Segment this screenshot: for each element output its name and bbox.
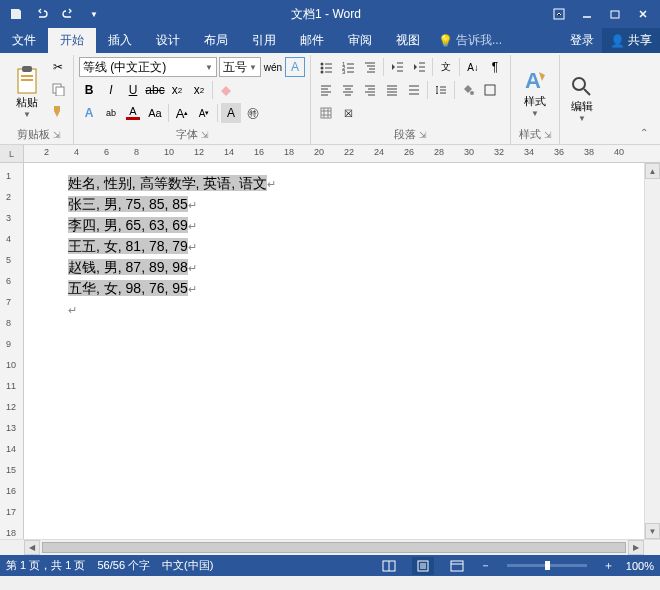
- read-mode-button[interactable]: [378, 557, 400, 575]
- document-line[interactable]: 李四, 男, 65, 63, 69↵: [68, 215, 644, 236]
- highlight-button[interactable]: ab: [101, 103, 121, 123]
- document-line[interactable]: 张三, 男, 75, 85, 85↵: [68, 194, 644, 215]
- show-marks-button[interactable]: ¶: [485, 57, 505, 77]
- scroll-right-button[interactable]: ▶: [628, 540, 644, 555]
- paste-icon: [14, 65, 40, 95]
- horizontal-ruler[interactable]: 246810121416182022242628303234363840: [24, 145, 660, 162]
- text-direction-button[interactable]: 文: [436, 57, 456, 77]
- vertical-ruler[interactable]: 123456789101112131415161718: [0, 163, 24, 539]
- document-title: 文档1 - Word: [106, 6, 546, 23]
- change-case-button[interactable]: Aa: [145, 103, 165, 123]
- shrink-font-button[interactable]: A▾: [194, 103, 214, 123]
- line-spacing-button[interactable]: [431, 80, 451, 100]
- vertical-scrollbar[interactable]: ▲ ▼: [644, 163, 660, 539]
- enclose-char-button[interactable]: ㊕: [243, 103, 263, 123]
- restore-button[interactable]: [602, 2, 628, 26]
- share-button[interactable]: 👤共享: [602, 28, 660, 53]
- document-line[interactable]: 王五, 女, 81, 78, 79↵: [68, 236, 644, 257]
- tab-references[interactable]: 引用: [240, 28, 288, 53]
- scroll-up-button[interactable]: ▲: [645, 163, 660, 179]
- paragraph-launcher[interactable]: ⇲: [419, 130, 427, 140]
- tab-selector[interactable]: L: [0, 145, 24, 162]
- grow-font-button[interactable]: A▴: [172, 103, 192, 123]
- signin-button[interactable]: 登录: [562, 28, 602, 53]
- align-left-button[interactable]: [316, 80, 336, 100]
- font-launcher[interactable]: ⇲: [201, 130, 209, 140]
- phonetic-guide-button[interactable]: wén: [263, 57, 283, 77]
- clear-formatting-button[interactable]: [216, 80, 236, 100]
- font-color-button[interactable]: A: [123, 103, 143, 123]
- document-line[interactable]: 五华, 女, 98, 76, 95↵: [68, 278, 644, 299]
- align-right-button[interactable]: [360, 80, 380, 100]
- numbering-button[interactable]: 123: [338, 57, 358, 77]
- copy-button[interactable]: [48, 79, 68, 99]
- borders-button[interactable]: [480, 80, 500, 100]
- print-layout-button[interactable]: [412, 557, 434, 575]
- text-effects-button[interactable]: A: [79, 103, 99, 123]
- subscript-button[interactable]: x2: [167, 80, 187, 100]
- collapse-ribbon-button[interactable]: ⌃: [634, 122, 654, 142]
- bold-button[interactable]: B: [79, 80, 99, 100]
- tab-mailings[interactable]: 邮件: [288, 28, 336, 53]
- format-painter-button[interactable]: [48, 101, 68, 121]
- tab-layout[interactable]: 布局: [192, 28, 240, 53]
- underline-button[interactable]: U: [123, 80, 143, 100]
- qat-customize-button[interactable]: ▼: [82, 2, 106, 26]
- scroll-down-button[interactable]: ▼: [645, 523, 660, 539]
- increase-indent-button[interactable]: [409, 57, 429, 77]
- styles-launcher[interactable]: ⇲: [544, 130, 552, 140]
- multilevel-list-button[interactable]: [360, 57, 380, 77]
- tab-view[interactable]: 视图: [384, 28, 432, 53]
- horizontal-scrollbar[interactable]: ◀ ▶: [24, 540, 644, 555]
- snap-grid-button[interactable]: [316, 103, 336, 123]
- status-page[interactable]: 第 1 页，共 1 页: [6, 558, 85, 573]
- tab-file[interactable]: 文件: [0, 28, 48, 53]
- tab-home[interactable]: 开始: [48, 28, 96, 53]
- distributed-button[interactable]: [404, 80, 424, 100]
- hscroll-thumb[interactable]: [42, 542, 626, 553]
- scroll-left-button[interactable]: ◀: [24, 540, 40, 555]
- tab-design[interactable]: 设计: [144, 28, 192, 53]
- editing-button[interactable]: 编辑 ▼: [565, 57, 599, 141]
- sort-button[interactable]: A↓: [463, 57, 483, 77]
- paste-button[interactable]: 粘贴 ▼: [9, 57, 45, 126]
- styles-button[interactable]: A 样式 ▼: [516, 57, 554, 126]
- font-size-combo[interactable]: 五号▼: [219, 57, 261, 77]
- document-line[interactable]: 姓名, 性别, 高等数学, 英语, 语文↵: [68, 173, 644, 194]
- ruler-tick: 26: [404, 147, 414, 157]
- tab-review[interactable]: 审阅: [336, 28, 384, 53]
- zoom-in-button[interactable]: ＋: [603, 558, 614, 573]
- shading-button[interactable]: [458, 80, 478, 100]
- zoom-out-button[interactable]: －: [480, 558, 491, 573]
- zoom-thumb[interactable]: [545, 561, 550, 570]
- tab-insert[interactable]: 插入: [96, 28, 144, 53]
- justify-button[interactable]: [382, 80, 402, 100]
- undo-button[interactable]: [30, 2, 54, 26]
- save-button[interactable]: [4, 2, 28, 26]
- strikethrough-button[interactable]: abc: [145, 80, 165, 100]
- align-center-button[interactable]: [338, 80, 358, 100]
- status-words[interactable]: 56/56 个字: [97, 558, 150, 573]
- cut-button[interactable]: ✂: [48, 57, 68, 77]
- ribbon-options-button[interactable]: [546, 2, 572, 26]
- minimize-button[interactable]: [574, 2, 600, 26]
- tell-me[interactable]: 💡告诉我...: [432, 28, 508, 53]
- superscript-button[interactable]: x2: [189, 80, 209, 100]
- zoom-slider[interactable]: [507, 564, 587, 567]
- close-button[interactable]: [630, 2, 656, 26]
- status-language[interactable]: 中文(中国): [162, 558, 213, 573]
- char-shading-button[interactable]: A: [221, 103, 241, 123]
- font-name-combo[interactable]: 等线 (中文正文)▼: [79, 57, 217, 77]
- redo-button[interactable]: [56, 2, 80, 26]
- document-line[interactable]: ↵: [68, 299, 644, 320]
- bullets-button[interactable]: [316, 57, 336, 77]
- italic-button[interactable]: I: [101, 80, 121, 100]
- decrease-indent-button[interactable]: [387, 57, 407, 77]
- document-line[interactable]: 赵钱, 男, 87, 89, 98↵: [68, 257, 644, 278]
- document-page[interactable]: 姓名, 性别, 高等数学, 英语, 语文↵张三, 男, 75, 85, 85↵李…: [24, 163, 644, 539]
- clipboard-launcher[interactable]: ⇲: [53, 130, 61, 140]
- zoom-level[interactable]: 100%: [626, 560, 654, 572]
- char-scaling-button[interactable]: ☒: [338, 103, 358, 123]
- web-layout-button[interactable]: [446, 557, 468, 575]
- char-border-button[interactable]: A: [285, 57, 305, 77]
